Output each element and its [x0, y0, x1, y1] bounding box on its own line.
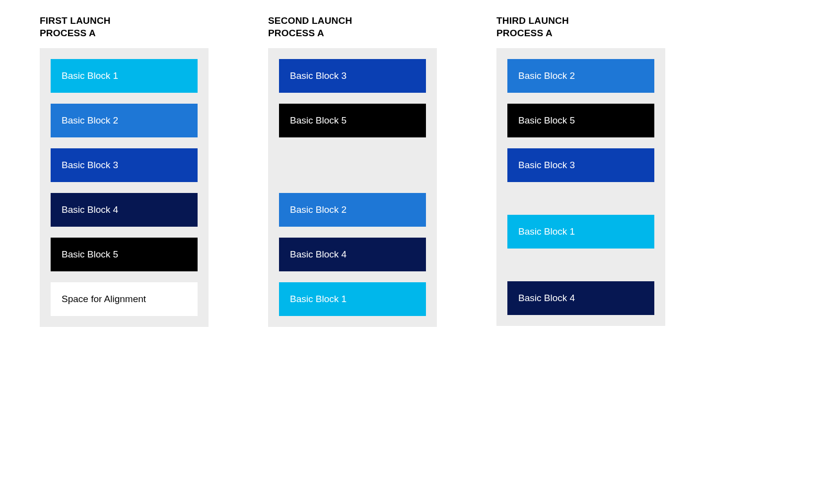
basic-block: Basic Block 5 — [507, 104, 654, 137]
block-label: Space for Alignment — [62, 294, 146, 305]
gap-block — [279, 148, 426, 182]
block-label: Basic Block 4 — [518, 293, 575, 304]
block-label: Basic Block 2 — [290, 204, 347, 215]
block-label: Basic Block 4 — [290, 249, 347, 260]
basic-block: Basic Block 2 — [279, 193, 426, 227]
gap-spacer — [507, 193, 654, 204]
block-label: Basic Block 3 — [518, 160, 575, 171]
basic-block: Basic Block 5 — [279, 104, 426, 137]
basic-block: Basic Block 2 — [51, 104, 198, 137]
alignment-block: Space for Alignment — [51, 282, 198, 316]
launch-column-2: SECOND LAUNCH PROCESS A Basic Block 3 Ba… — [268, 15, 437, 327]
basic-block: Basic Block 3 — [51, 148, 198, 182]
heading-line-2: PROCESS A — [40, 28, 96, 38]
block-stack: Basic Block 2 Basic Block 5 Basic Block … — [496, 48, 665, 326]
heading-line-2: PROCESS A — [268, 28, 324, 38]
column-heading: THIRD LAUNCH PROCESS A — [496, 15, 665, 39]
block-label: Basic Block 3 — [62, 160, 118, 171]
basic-block: Basic Block 4 — [51, 193, 198, 227]
launch-column-3: THIRD LAUNCH PROCESS A Basic Block 2 Bas… — [496, 15, 665, 327]
basic-block: Basic Block 4 — [279, 238, 426, 271]
block-label: Basic Block 5 — [62, 249, 118, 260]
block-label: Basic Block 2 — [518, 70, 575, 81]
gap-spacer — [507, 259, 654, 270]
diagram-container: FIRST LAUNCH PROCESS A Basic Block 1 Bas… — [40, 15, 798, 327]
block-label: Basic Block 2 — [62, 115, 118, 126]
block-label: Basic Block 5 — [518, 115, 575, 126]
block-label: Basic Block 3 — [290, 70, 347, 81]
heading-line-1: THIRD LAUNCH — [496, 15, 569, 26]
basic-block: Basic Block 4 — [507, 281, 654, 315]
block-label: Basic Block 1 — [290, 294, 347, 305]
heading-line-1: SECOND LAUNCH — [268, 15, 352, 26]
basic-block: Basic Block 1 — [507, 215, 654, 249]
block-label: Basic Block 1 — [62, 70, 118, 81]
heading-line-2: PROCESS A — [496, 28, 553, 38]
basic-block: Basic Block 3 — [507, 148, 654, 182]
basic-block: Basic Block 1 — [279, 282, 426, 316]
block-label: Basic Block 1 — [518, 226, 575, 237]
basic-block: Basic Block 3 — [279, 59, 426, 93]
column-heading: SECOND LAUNCH PROCESS A — [268, 15, 437, 39]
block-label: Basic Block 4 — [62, 204, 118, 215]
block-stack: Basic Block 1 Basic Block 2 Basic Block … — [40, 48, 209, 327]
basic-block: Basic Block 1 — [51, 59, 198, 93]
heading-line-1: FIRST LAUNCH — [40, 15, 111, 26]
block-label: Basic Block 5 — [290, 115, 347, 126]
block-stack: Basic Block 3 Basic Block 5 Basic Block … — [268, 48, 437, 327]
column-heading: FIRST LAUNCH PROCESS A — [40, 15, 209, 39]
basic-block: Basic Block 5 — [51, 238, 198, 271]
basic-block: Basic Block 2 — [507, 59, 654, 93]
launch-column-1: FIRST LAUNCH PROCESS A Basic Block 1 Bas… — [40, 15, 209, 327]
